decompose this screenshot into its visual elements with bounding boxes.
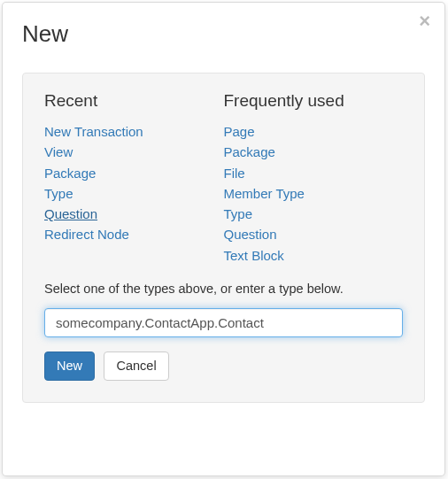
dialog-body: Recent New Transaction View Package Type…: [22, 73, 425, 403]
frequent-item-text-block[interactable]: Text Block: [224, 245, 284, 266]
type-input[interactable]: [44, 308, 403, 337]
recent-item-question[interactable]: Question: [44, 204, 97, 224]
cancel-button[interactable]: Cancel: [104, 352, 168, 381]
recent-item-package[interactable]: Package: [44, 163, 96, 183]
frequent-list: Page Package File Member Type Type Quest…: [224, 121, 404, 266]
recent-item-type[interactable]: Type: [44, 183, 73, 204]
close-icon[interactable]: ×: [419, 12, 430, 31]
frequent-heading: Frequently used: [224, 91, 404, 111]
instruction-text: Select one of the types above, or enter …: [44, 282, 403, 296]
frequent-item-page[interactable]: Page: [224, 121, 255, 142]
frequent-item-package[interactable]: Package: [224, 142, 275, 162]
recent-item-new-transaction[interactable]: New Transaction: [44, 121, 143, 142]
recent-list: New Transaction View Package Type Questi…: [44, 121, 224, 245]
recent-item-view[interactable]: View: [44, 142, 73, 162]
frequent-column: Frequently used Page Package File Member…: [224, 91, 404, 266]
frequent-item-question[interactable]: Question: [224, 224, 277, 244]
dialog-title: New: [22, 20, 425, 48]
new-dialog: × New Recent New Transaction View Packag…: [2, 2, 445, 476]
frequent-item-type[interactable]: Type: [224, 204, 253, 224]
recent-item-redirect-node[interactable]: Redirect Node: [44, 224, 129, 244]
recent-heading: Recent: [44, 91, 224, 111]
recent-column: Recent New Transaction View Package Type…: [44, 91, 224, 266]
new-button[interactable]: New: [44, 352, 95, 381]
button-row: New Cancel: [44, 352, 403, 381]
frequent-item-file[interactable]: File: [224, 163, 245, 183]
dialog-header: New: [3, 3, 444, 73]
frequent-item-member-type[interactable]: Member Type: [224, 183, 305, 204]
